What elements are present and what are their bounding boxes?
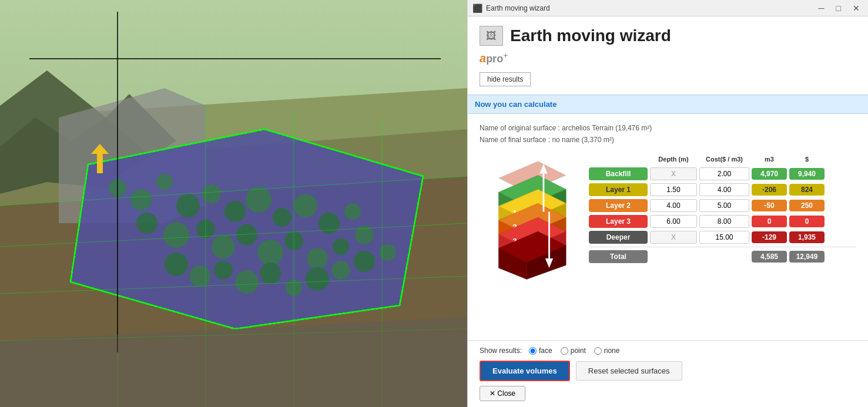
wizard-title-row: 🖼 Earth moving wizard [480,26,856,46]
layer2-depth-input[interactable] [650,199,697,212]
minimize-button[interactable]: ─ [815,2,828,14]
deeper-dollar-value: 1,935 [789,231,825,243]
table-row: Layer 3 0 0 [589,215,856,228]
layer2-cost-input[interactable] [699,199,749,212]
svg-point-9 [130,189,152,210]
svg-point-14 [246,187,272,213]
backfill-depth-input[interactable] [650,167,697,180]
svg-point-16 [294,194,317,217]
show-results-label: Show results: [480,347,522,355]
main-content: 🖼 Earth moving wizard apro+ hide results… [468,16,868,340]
action-buttons-row: Evaluate volumes Reset selected surfaces [480,361,856,381]
layer1-badge: Layer 1 [589,183,648,196]
show-results-row: Show results: face point none [480,347,856,355]
close-titlebar-button[interactable]: ✕ [849,2,863,14]
layer1-cost-input[interactable] [699,183,749,196]
svg-point-13 [224,201,246,222]
svg-point-11 [176,194,200,217]
svg-point-10 [156,174,173,190]
evaluate-volumes-button[interactable]: Evaluate volumes [480,361,570,381]
radio-point[interactable]: point [561,347,586,355]
radio-none-label: none [604,347,620,355]
radio-none-input[interactable] [594,347,602,355]
th-dollar: $ [789,156,825,163]
brand-pro: pro [486,53,503,65]
svg-point-20 [163,222,189,248]
layer3-badge: Layer 3 [589,215,648,228]
deeper-m3-value: -129 [752,231,787,243]
table-row: Backfill 4,970 9,940 [589,167,856,180]
layer3-depth-input[interactable] [650,215,697,228]
table-headers: Depth (m) Cost($ / m3) m3 $ [589,156,856,165]
total-m3-value: 4,585 [752,251,787,263]
radio-point-input[interactable] [561,347,568,355]
svg-point-15 [273,208,291,227]
table-row: Layer 2 -50 250 [589,199,856,212]
wizard-title: Earth moving wizard [510,26,671,45]
radio-point-label: point [571,347,586,355]
svg-point-35 [306,267,329,291]
layer3-cost-input[interactable] [699,215,749,228]
backfill-m3-value: 4,970 [752,168,787,180]
app-icon: ⬛ [472,4,482,13]
svg-point-29 [165,253,188,276]
layer1-dollar-value: 824 [789,184,825,196]
wizard-icon: 🖼 [480,26,503,46]
title-bar-left: ⬛ Earth moving wizard [472,4,550,13]
total-badge: Total [589,250,648,263]
brand-a: a [480,52,486,65]
total-row: Total 4,585 12,949 [589,247,856,263]
radio-face[interactable]: face [529,347,552,355]
data-table: Depth (m) Cost($ / m3) m3 $ Backfill 4,9… [589,156,856,287]
layer2-m3-value: -50 [752,200,787,211]
calc-banner-text: Now you can calculate [475,100,557,109]
close-button[interactable]: ✕ Close [480,386,525,401]
svg-point-32 [235,270,259,294]
total-dollar-value: 12,949 [789,251,825,263]
title-bar-controls: ─ □ ✕ [815,2,863,14]
deeper-depth-input[interactable] [650,231,697,244]
svg-point-30 [189,265,210,287]
radio-face-label: face [539,347,552,355]
radio-face-input[interactable] [529,347,537,355]
calc-banner: Now you can calculate [468,95,868,114]
brand-row: apro+ [480,51,856,65]
3d-viewport [0,0,467,407]
svg-point-23 [236,224,257,245]
svg-point-12 [202,184,221,203]
th-cost: Cost($ / m3) [699,156,749,163]
hide-results-button[interactable]: hide results [480,72,531,86]
svg-point-36 [331,261,350,280]
reset-surfaces-button[interactable]: Reset selected surfaces [576,361,682,381]
th-layer [589,156,648,163]
table-row: Deeper -129 1,935 [589,231,856,244]
layer2-badge: Layer 2 [589,199,648,212]
backfill-cost-input[interactable] [699,167,749,180]
title-bar-text: Earth moving wizard [486,4,550,12]
diagram-container: + 1 2 [480,156,579,287]
deeper-cost-input[interactable] [699,231,749,244]
svg-point-37 [354,251,375,272]
surface-original-label: Name of original surface : archelios Ter… [480,122,856,134]
layer3-m3-value: 0 [752,216,787,227]
layer1-depth-input[interactable] [650,183,697,196]
close-btn-row: ✕ Close [480,386,856,401]
bottom-controls: Show results: face point none Evaluate v… [468,340,868,407]
table-area: + 1 2 [480,156,856,287]
layer1-m3-value: -206 [752,184,787,196]
radio-none[interactable]: none [594,347,620,355]
svg-point-19 [136,213,157,234]
backfill-badge: Backfill [589,167,648,180]
svg-point-33 [260,263,281,284]
th-depth: Depth (m) [650,156,697,163]
deeper-badge: Deeper [589,231,648,244]
surface-info: Name of original surface : archelios Ter… [480,122,856,146]
table-row: Layer 1 -206 824 [589,183,856,196]
svg-point-24 [257,240,283,265]
svg-point-26 [307,248,328,269]
radio-group: face point none [529,347,619,355]
maximize-button[interactable]: □ [833,2,844,14]
svg-point-27 [333,238,349,255]
backfill-dollar-value: 9,940 [789,168,825,180]
svg-point-18 [344,203,361,220]
